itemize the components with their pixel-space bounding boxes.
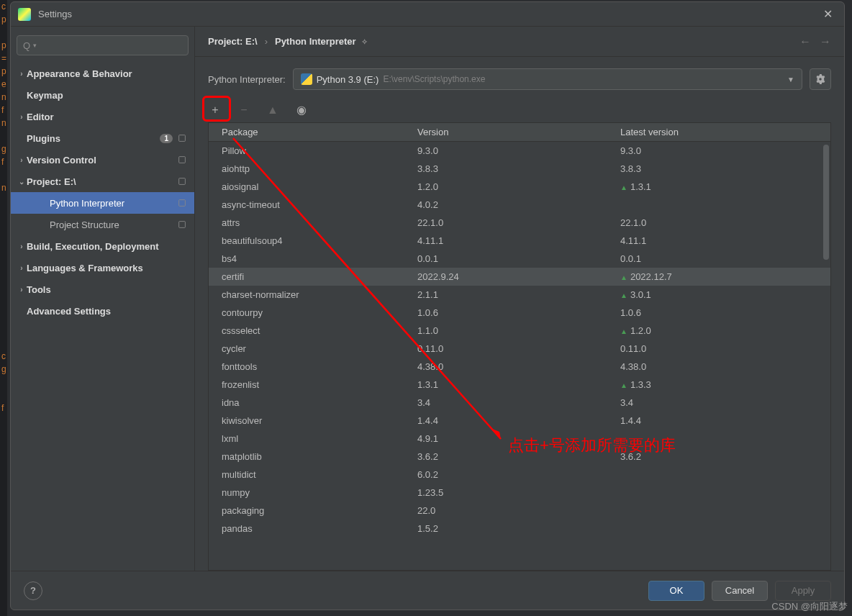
add-package-button[interactable]: +: [208, 104, 222, 117]
table-row[interactable]: async-timeout4.0.2: [209, 196, 830, 214]
sidebar-item[interactable]: ›Editor: [11, 106, 194, 127]
table-row[interactable]: aiohttp3.8.33.8.3: [209, 160, 830, 178]
sidebar-item[interactable]: ›Advanced Settings: [11, 300, 194, 322]
header-latest[interactable]: Latest version: [615, 127, 830, 137]
package-table: Package Version Latest version Pillow9.3…: [208, 122, 831, 571]
settings-tree: ›Appearance & Behavior›Keymap›Editor›Plu…: [11, 63, 194, 571]
breadcrumb-page: Python Interpreter: [275, 36, 356, 47]
ok-button[interactable]: OK: [648, 581, 704, 601]
breadcrumb: Project: E:\ › Python Interpreter ⟡ ← →: [195, 27, 844, 57]
table-row[interactable]: idna3.43.4: [209, 394, 830, 412]
sidebar-item[interactable]: ›Python Interpreter: [11, 192, 194, 214]
interpreter-row: Python Interpreter: Python 3.9 (E:) E:\v…: [195, 57, 844, 100]
header-version[interactable]: Version: [412, 127, 615, 137]
dialog-footer: ? OK Cancel Apply: [11, 571, 844, 610]
titlebar: Settings ✕: [11, 2, 844, 27]
svg-rect-1: [179, 157, 186, 163]
gear-icon: [177, 133, 187, 143]
header-package[interactable]: Package: [209, 127, 412, 137]
sidebar-item[interactable]: ›Version Control: [11, 149, 194, 171]
pycharm-icon: [18, 8, 31, 21]
table-row[interactable]: certifi2022.9.24▲2022.12.7: [209, 268, 830, 286]
table-row[interactable]: packaging22.0: [209, 502, 830, 520]
chevron-down-icon: ▾: [33, 42, 37, 49]
search-icon: Q: [23, 40, 30, 51]
cancel-button[interactable]: Cancel: [712, 581, 768, 601]
sidebar-item[interactable]: ›Project Structure: [11, 214, 194, 235]
table-row[interactable]: frozenlist1.3.1▲1.3.3: [209, 376, 830, 394]
python-icon: [301, 73, 312, 85]
interpreter-select[interactable]: Python 3.9 (E:) E:\venv\Scripts\python.e…: [293, 68, 802, 90]
nav-back-icon[interactable]: ←: [799, 35, 811, 48]
table-row[interactable]: attrs22.1.022.1.0: [209, 214, 830, 232]
sidebar-item[interactable]: ›Languages & Frameworks: [11, 257, 194, 278]
table-row[interactable]: lxml4.9.1: [209, 430, 830, 448]
breadcrumb-separator: ›: [265, 36, 268, 47]
svg-rect-0: [179, 135, 186, 142]
interpreter-label: Python Interpreter:: [208, 74, 286, 85]
table-row[interactable]: bs40.0.10.0.1: [209, 250, 830, 268]
table-row[interactable]: cycler0.11.00.11.0: [209, 340, 830, 358]
table-row[interactable]: pandas1.5.2: [209, 520, 830, 538]
table-row[interactable]: aiosignal1.2.0▲1.3.1: [209, 178, 830, 196]
table-row[interactable]: kiwisolver1.4.41.4.4: [209, 412, 830, 430]
table-row[interactable]: beautifulsoup44.11.14.11.1: [209, 232, 830, 250]
table-row[interactable]: cssselect1.1.0▲1.2.0: [209, 322, 830, 340]
sidebar-item[interactable]: ›Appearance & Behavior: [11, 63, 194, 84]
sidebar-item[interactable]: ⌄Project: E:\: [11, 171, 194, 192]
interpreter-path: E:\venv\Scripts\python.exe: [383, 74, 485, 84]
settings-sidebar: Q ▾ ›Appearance & Behavior›Keymap›Editor…: [11, 27, 195, 571]
svg-rect-3: [179, 200, 186, 207]
gear-icon: [177, 198, 187, 208]
remove-package-button[interactable]: −: [237, 104, 251, 117]
gear-icon: [815, 74, 825, 84]
gear-icon: [177, 219, 187, 230]
table-row[interactable]: matplotlib3.6.23.6.2: [209, 448, 830, 466]
package-list[interactable]: Pillow9.3.09.3.0aiohttp3.8.33.8.3aiosign…: [209, 142, 830, 570]
chevron-down-icon: ▼: [787, 76, 794, 83]
table-row[interactable]: fonttools4.38.04.38.0: [209, 358, 830, 376]
window-title: Settings: [38, 9, 819, 19]
svg-rect-2: [179, 178, 186, 185]
sidebar-item[interactable]: ›Tools: [11, 278, 194, 300]
sidebar-item[interactable]: ›Keymap: [11, 84, 194, 106]
gear-icon: [177, 155, 187, 165]
table-row[interactable]: multidict6.0.2: [209, 466, 830, 484]
search-input[interactable]: Q ▾: [17, 35, 189, 55]
interpreter-name: Python 3.9 (E:): [317, 74, 379, 85]
sidebar-item[interactable]: ›Build, Execution, Deployment: [11, 235, 194, 257]
table-row[interactable]: contourpy1.0.61.0.6: [209, 304, 830, 322]
upgrade-package-button[interactable]: ▲: [266, 104, 280, 117]
background-code: cpp=penfngfncgf: [1, 0, 6, 415]
apply-button: Apply: [775, 581, 831, 601]
nav-forward-icon[interactable]: →: [820, 35, 831, 48]
gear-icon: [177, 176, 187, 186]
reset-icon[interactable]: ⟡: [362, 37, 367, 46]
package-toolbar: + − ▲ ◉: [195, 100, 844, 119]
sidebar-item[interactable]: ›Plugins1: [11, 127, 194, 149]
breadcrumb-project: Project: E:\: [208, 36, 258, 47]
interpreter-settings-button[interactable]: [810, 68, 831, 90]
table-row[interactable]: numpy1.23.5: [209, 484, 830, 502]
close-icon[interactable]: ✕: [819, 4, 837, 24]
table-header: Package Version Latest version: [209, 123, 830, 142]
table-row[interactable]: Pillow9.3.09.3.0: [209, 142, 830, 160]
settings-dialog: Settings ✕ Q ▾ ›Appearance & Behavior›Ke…: [10, 1, 845, 610]
scrollbar[interactable]: [823, 145, 829, 260]
content-pane: Project: E:\ › Python Interpreter ⟡ ← → …: [195, 27, 844, 571]
show-early-releases-button[interactable]: ◉: [294, 103, 309, 117]
table-row[interactable]: charset-normalizer2.1.1▲3.0.1: [209, 286, 830, 304]
svg-rect-4: [179, 222, 186, 228]
help-button[interactable]: ?: [24, 581, 42, 600]
